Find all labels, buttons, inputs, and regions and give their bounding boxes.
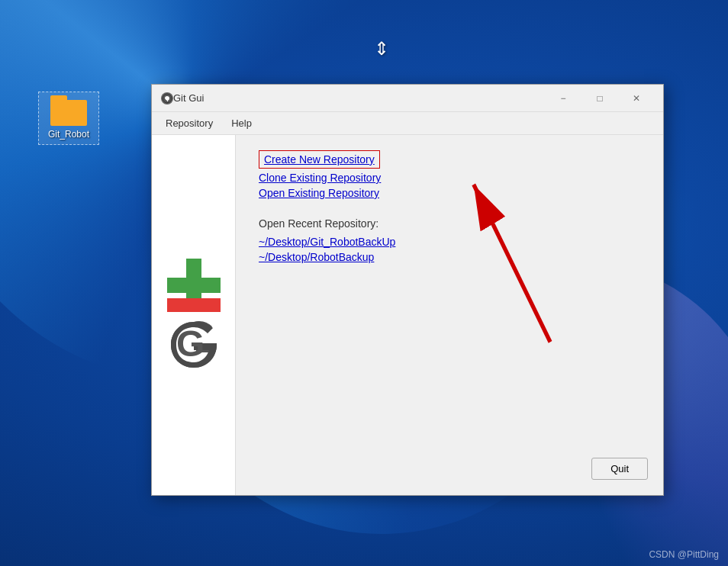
link-section: Create New Repository Clone Existing Rep…: [259, 150, 640, 199]
git-gui-title-icon: [161, 92, 173, 105]
watermark: CSDN @PittDing: [649, 549, 719, 560]
menu-item-repository[interactable]: Repository: [158, 114, 221, 132]
recent-links: ~/Desktop/Git_RobotBackUp ~/Desktop/Robo…: [259, 236, 640, 263]
open-recent-label: Open Recent Repository:: [259, 217, 640, 230]
window-title: Git Gui: [173, 92, 546, 104]
desktop-icon-label: Git_Robot: [48, 129, 89, 141]
desktop-icon-git-robot[interactable]: Git_Robot: [38, 92, 99, 145]
git-g-logo: G: [167, 318, 221, 371]
git-plus-icon: [167, 259, 221, 312]
desktop: ⇕ Git_Robot Git Gui − □ ✕: [0, 0, 728, 566]
window-controls: − □ ✕: [546, 87, 654, 110]
content-panel: Create New Repository Clone Existing Rep…: [236, 135, 663, 495]
create-link-box: Create New Repository: [259, 150, 380, 169]
close-button[interactable]: ✕: [619, 87, 654, 110]
clone-existing-repository-link[interactable]: Clone Existing Repository: [259, 172, 381, 184]
quit-button[interactable]: Quit: [591, 458, 648, 480]
logo-panel: G: [152, 135, 236, 495]
open-existing-repository-link[interactable]: Open Existing Repository: [259, 187, 379, 199]
open-recent-section: Open Recent Repository: ~/Desktop/Git_Ro…: [259, 217, 640, 263]
git-gui-window: Git Gui − □ ✕ Repository Help: [151, 84, 664, 496]
quit-section: Quit: [591, 458, 648, 480]
title-bar: Git Gui − □ ✕: [152, 85, 663, 112]
folder-icon: [50, 95, 87, 126]
recent-link-1[interactable]: ~/Desktop/RobotBackup: [259, 251, 374, 263]
create-new-repository-link[interactable]: Create New Repository: [264, 153, 375, 166]
resize-cursor-icon: ⇕: [374, 38, 389, 59]
menu-item-help[interactable]: Help: [224, 114, 259, 132]
recent-link-0[interactable]: ~/Desktop/Git_RobotBackUp: [259, 236, 395, 248]
minimize-button[interactable]: −: [546, 87, 581, 110]
svg-text:G: G: [176, 323, 205, 364]
maximize-button[interactable]: □: [582, 87, 617, 110]
git-logo: G: [167, 259, 221, 371]
window-body: G Create New Repository Clone Existing R…: [152, 135, 663, 495]
menu-bar: Repository Help: [152, 112, 663, 135]
create-new-wrapper: Create New Repository: [259, 150, 640, 169]
